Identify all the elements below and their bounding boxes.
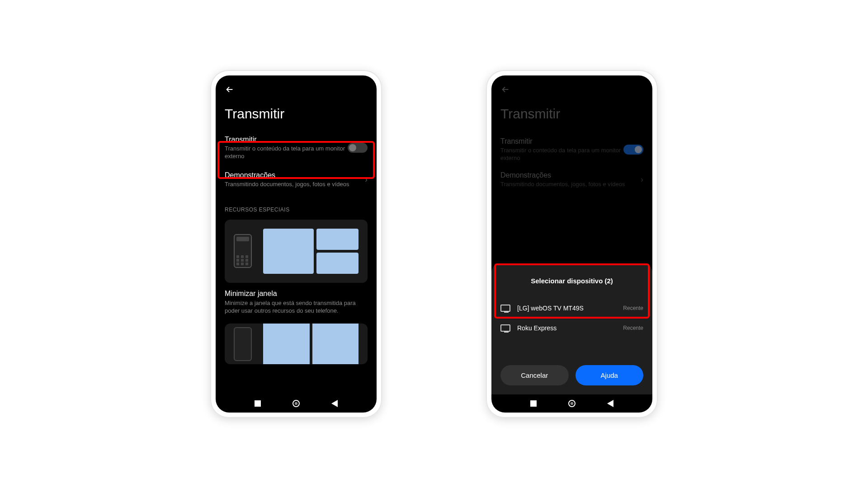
screen-right: Transmitir Transmitir Transmitir o conte… xyxy=(491,75,652,413)
row-title: Transmitir xyxy=(225,136,348,144)
android-navbar xyxy=(216,394,377,413)
panes-icon xyxy=(263,324,359,364)
recent-apps-button[interactable] xyxy=(255,400,261,407)
row-sub: Transmitir o conteúdo da tela para um mo… xyxy=(500,147,623,162)
feature-title: Minimizar janela xyxy=(225,290,368,298)
row-title: Transmitir xyxy=(500,137,623,145)
row-title: Demonstrações xyxy=(225,171,360,179)
feature-illustration-2 xyxy=(225,324,368,364)
section-label: RECURSOS ESPECIAIS xyxy=(225,206,368,213)
device-tag: Recente xyxy=(623,305,643,311)
demos-row: Demonstrações Transmitindo documentos, j… xyxy=(500,167,643,193)
phone-right: Transmitir Transmitir Transmitir o conte… xyxy=(486,70,658,418)
feature-illustration xyxy=(225,220,368,283)
back-icon[interactable] xyxy=(225,75,368,102)
demos-row[interactable]: Demonstrações Transmitindo documentos, j… xyxy=(225,167,368,193)
sheet-title: Selecionar dispositivo (2) xyxy=(500,277,643,285)
cancel-button[interactable]: Cancelar xyxy=(500,365,569,385)
device-name: Roku Express xyxy=(517,324,616,332)
phone-icon xyxy=(234,234,252,268)
cast-toggle[interactable] xyxy=(348,143,368,153)
device-name: [LG] webOS TV MT49S xyxy=(517,305,616,312)
page-title: Transmitir xyxy=(225,106,368,122)
home-button[interactable] xyxy=(568,400,576,407)
row-sub: Transmitir o conteúdo da tela para um mo… xyxy=(225,145,348,160)
help-button[interactable]: Ajuda xyxy=(576,365,644,385)
home-button[interactable] xyxy=(292,400,300,407)
chevron-right-icon: › xyxy=(360,175,368,184)
device-row-lg[interactable]: [LG] webOS TV MT49S Recente xyxy=(500,298,643,318)
back-icon[interactable] xyxy=(500,75,643,102)
row-sub: Transmitindo documentos, jogos, fotos e … xyxy=(500,181,636,188)
device-row-roku[interactable]: Roku Express Recente xyxy=(500,318,643,338)
back-button[interactable] xyxy=(607,400,613,407)
tv-icon xyxy=(500,305,510,312)
cast-toggle-row[interactable]: Transmitir Transmitir o conteúdo da tela… xyxy=(225,133,368,167)
panes-icon xyxy=(263,229,359,274)
feature-sub: Minimize a janela que está sendo transmi… xyxy=(225,300,368,315)
screen-left: Transmitir Transmitir Transmitir o conte… xyxy=(216,75,377,413)
device-tag: Recente xyxy=(623,325,643,331)
device-selection-sheet: Selecionar dispositivo (2) [LG] webOS TV… xyxy=(491,263,652,394)
tv-icon xyxy=(500,324,510,332)
phone-icon xyxy=(234,327,252,361)
row-title: Demonstrações xyxy=(500,171,636,179)
cast-toggle-row: Transmitir Transmitir o conteúdo da tela… xyxy=(500,133,643,167)
back-button[interactable] xyxy=(331,400,338,407)
cast-toggle xyxy=(623,145,643,155)
recent-apps-button[interactable] xyxy=(530,400,537,407)
android-navbar xyxy=(491,394,652,413)
chevron-right-icon: › xyxy=(636,175,643,184)
page-title: Transmitir xyxy=(500,106,643,122)
phone-left: Transmitir Transmitir Transmitir o conte… xyxy=(210,70,382,418)
row-sub: Transmitindo documentos, jogos, fotos e … xyxy=(225,181,360,188)
